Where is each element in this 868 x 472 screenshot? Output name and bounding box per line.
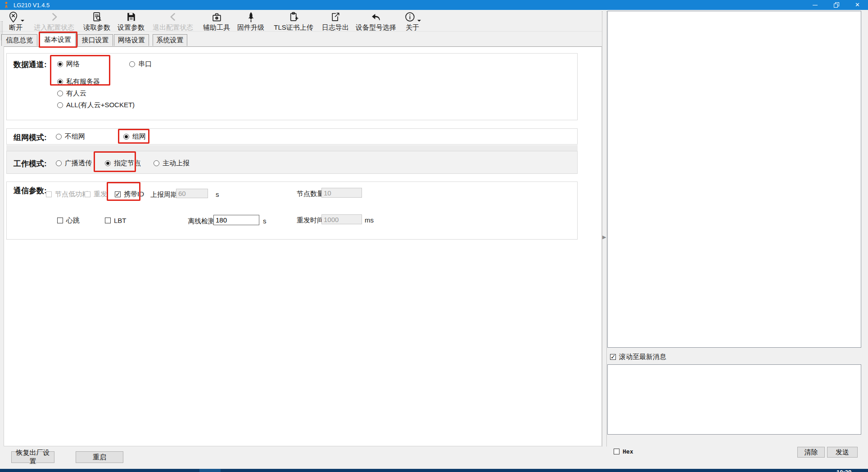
node-count-input <box>321 188 362 198</box>
restart-button[interactable]: 重启 <box>76 451 123 463</box>
tab-basic-settings[interactable]: 基本设置 <box>40 33 76 46</box>
tab-label: 基本设置 <box>44 36 71 44</box>
log-export-icon <box>330 11 342 23</box>
toolbar-item-label: 固件升级 <box>237 23 264 31</box>
radio-label: 不组网 <box>65 132 85 141</box>
radio-active-report[interactable]: 主动上报 <box>154 160 190 166</box>
checkbox-icon <box>610 354 616 360</box>
splitter-collapse-icon[interactable]: ▶ <box>602 234 606 240</box>
radio-label: 广播透传 <box>65 159 92 168</box>
radio-icon <box>57 79 63 85</box>
send-button[interactable]: 发送 <box>827 447 858 458</box>
checkbox-label: 重发 <box>94 190 107 199</box>
log-output-textarea[interactable] <box>607 11 861 348</box>
send-message-textarea[interactable] <box>607 364 861 435</box>
radio-icon <box>105 160 111 166</box>
data-channel-label: 数据通道: <box>14 59 47 70</box>
toolbar-read-params-button[interactable]: 读取参数 <box>82 10 112 31</box>
checkbox-carry-id[interactable]: 携带ID <box>115 191 144 197</box>
restore-factory-button[interactable]: 恢复出厂设置 <box>11 451 54 463</box>
offline-detect-input[interactable] <box>213 215 259 225</box>
window-title: LG210 V1.4.5 <box>14 2 50 9</box>
undo-arrow-icon <box>370 11 382 23</box>
comm-params-label: 通信参数: <box>14 186 47 196</box>
radio-private-server[interactable]: 私有服务器 <box>57 78 100 85</box>
toolbar-item-label: TLS证书上传 <box>274 23 313 31</box>
report-period-label: 上报周期: <box>150 191 179 199</box>
windows-taskbar: 10:39 <box>0 469 868 472</box>
work-mode-label: 工作模式: <box>14 159 47 169</box>
tab-label: 网络设置 <box>118 36 145 45</box>
tab-label: 接口设置 <box>82 36 109 45</box>
toolbar-item-label: 断开 <box>9 23 23 31</box>
tab-label: 信息总览 <box>6 36 33 45</box>
app-window: LG210 V1.4.5 ✕ 断开 进入 <box>0 0 868 472</box>
checkbox-label: 滚动至最新消息 <box>619 353 666 361</box>
checkbox-resend: 重发 <box>85 191 107 197</box>
chevron-right-icon <box>48 11 60 23</box>
chevron-down-icon <box>21 20 24 22</box>
toolbar-set-params-button[interactable]: 设置参数 <box>116 10 146 31</box>
checkbox-label: Hex <box>623 448 633 455</box>
hex-checkbox[interactable]: Hex <box>614 448 633 455</box>
radio-icon <box>57 91 63 96</box>
offline-detect-unit: s <box>263 217 267 225</box>
tab-network-settings[interactable]: 网络设置 <box>114 34 149 46</box>
radio-label: 私有服务器 <box>66 77 100 86</box>
taskbar-active-app[interactable] <box>199 469 221 472</box>
network-mode-label: 组网模式: <box>14 132 47 143</box>
minimize-button[interactable] <box>805 0 826 10</box>
radio-label: 指定节点 <box>114 159 141 168</box>
radio-icon <box>123 134 129 140</box>
toolbar-firmware-upgrade-button[interactable]: 固件升级 <box>236 10 266 31</box>
toolbar-item-label: 辅助工具 <box>203 23 230 31</box>
scroll-latest-checkbox[interactable]: 滚动至最新消息 <box>610 353 666 361</box>
checkbox-lbt[interactable]: LBT <box>105 217 127 223</box>
close-button[interactable]: ✕ <box>847 0 868 10</box>
checkbox-label: LBT <box>114 217 127 224</box>
toolbox-icon <box>211 11 223 23</box>
tab-system-settings[interactable]: 系统设置 <box>153 34 187 46</box>
toolbar-log-export-button[interactable]: 日志导出 <box>321 10 350 31</box>
toolbar-item-label: 进入配置状态 <box>34 23 74 31</box>
radio-all-cloud-socket[interactable]: ALL(有人云+SOCKET) <box>57 102 135 108</box>
radio-usr-cloud[interactable]: 有人云 <box>57 90 86 96</box>
toolbar-device-model-button[interactable]: 设备型号选择 <box>355 10 397 31</box>
tab-bar: 信息总览 基本设置 接口设置 网络设置 系统设置 <box>0 32 602 46</box>
group-gap-strip <box>6 145 578 151</box>
toolbar-exit-config-button: 退出配置状态 <box>151 10 194 31</box>
toolbar-item-label: 设置参数 <box>118 23 145 31</box>
radio-designated-node[interactable]: 指定节点 <box>105 160 141 166</box>
checkbox-icon <box>85 191 90 197</box>
tab-interface-settings[interactable]: 接口设置 <box>77 34 113 46</box>
toolbar-enter-config-button: 进入配置状态 <box>32 10 76 31</box>
tab-info-overview[interactable]: 信息总览 <box>1 34 37 46</box>
checkbox-label: 携带ID <box>124 190 144 199</box>
checkbox-icon <box>57 218 63 223</box>
restore-button[interactable] <box>826 0 847 10</box>
radio-icon <box>57 61 63 67</box>
radio-no-networking[interactable]: 不组网 <box>56 133 85 140</box>
taskbar-clock: 10:39 <box>836 469 851 472</box>
radio-icon <box>154 160 159 166</box>
work-mode-group <box>6 151 578 174</box>
checkbox-heartbeat[interactable]: 心跳 <box>57 217 80 223</box>
title-bar: LG210 V1.4.5 ✕ <box>0 0 868 10</box>
clear-button[interactable]: 清除 <box>797 447 825 458</box>
toolbar-item-label: 读取参数 <box>83 23 110 31</box>
panel-splitter[interactable]: ▶ <box>602 11 607 446</box>
checkbox-icon <box>105 218 111 223</box>
radio-icon <box>129 61 135 67</box>
toolbar-about-button[interactable]: 关于 <box>402 10 422 31</box>
radio-serial[interactable]: 串口 <box>129 61 152 67</box>
radio-broadcast[interactable]: 广播透传 <box>56 160 92 166</box>
toolbar-tls-cert-upload-button[interactable]: TLS证书上传 <box>270 10 317 31</box>
toolbar-item-label: 退出配置状态 <box>153 23 193 31</box>
offline-detect-label: 离线检测: <box>188 217 217 226</box>
radio-network[interactable]: 网络 <box>57 61 80 67</box>
radio-networking[interactable]: 组网 <box>123 133 146 140</box>
toolbar-aux-tools-button[interactable]: 辅助工具 <box>202 10 231 31</box>
restore-icon <box>834 2 839 8</box>
toolbar-disconnect-button[interactable]: 断开 <box>4 10 28 31</box>
toolbar-item-label: 日志导出 <box>322 23 349 31</box>
